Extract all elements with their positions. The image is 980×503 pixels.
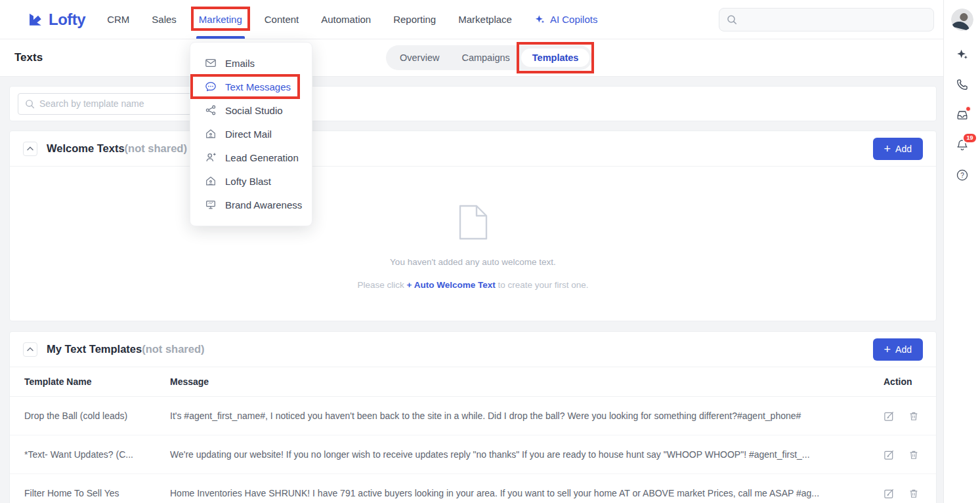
right-utility-rail: 19 ?: [943, 0, 980, 503]
menu-item-direct-mail[interactable]: Direct Mail: [190, 122, 312, 146]
nav-item-marketplace[interactable]: Marketplace: [447, 0, 523, 39]
share-nodes-icon: [205, 104, 217, 116]
help-icon[interactable]: ?: [956, 169, 969, 182]
delete-icon[interactable]: [908, 411, 919, 422]
auto-welcome-text-link[interactable]: + Auto Welcome Text: [407, 280, 496, 290]
ai-assistant-icon[interactable]: [956, 48, 969, 61]
nav-item-crm[interactable]: CRM: [96, 0, 140, 39]
add-template-button[interactable]: + Add: [873, 338, 923, 361]
lofty-logo-icon: [26, 10, 44, 28]
house-person-icon: [205, 128, 217, 140]
my-text-templates-title: My Text Templates(not shared): [47, 343, 205, 355]
inbox-unread-dot: [966, 106, 971, 111]
edit-icon[interactable]: [884, 449, 895, 460]
empty-document-icon: [458, 205, 488, 240]
billboard-icon: [205, 199, 217, 211]
bell-icon[interactable]: 19: [956, 138, 969, 151]
house-person-icon: [205, 175, 217, 187]
collapse-chevron-button[interactable]: [23, 142, 37, 156]
primary-nav: CRM Sales Marketing Content Automation R…: [96, 0, 608, 39]
template-message-cell: We're updating our website! If you no lo…: [170, 449, 884, 460]
tab-templates[interactable]: Templates: [521, 49, 590, 67]
column-header-action: Action: [884, 376, 923, 387]
envelope-icon: [205, 57, 217, 69]
menu-item-lofty-blast[interactable]: Lofty Blast: [190, 169, 312, 193]
marketing-dropdown-menu: Emails Text Messages Social Studio Direc…: [190, 42, 312, 226]
lead-person-icon: [205, 151, 217, 163]
speech-bubble-icon: [205, 81, 217, 92]
nav-item-sales[interactable]: Sales: [140, 0, 188, 39]
plus-icon: +: [884, 143, 891, 155]
plus-icon: +: [884, 344, 891, 355]
inbox-icon[interactable]: [956, 108, 969, 121]
table-row: *Text- Want Updates? (C... We're updatin…: [10, 435, 936, 474]
empty-state-hint: Please click + Auto Welcome Text to crea…: [10, 280, 936, 290]
column-header-message: Message: [170, 376, 884, 387]
nav-item-automation[interactable]: Automation: [310, 0, 382, 39]
delete-icon[interactable]: [908, 449, 919, 460]
nav-item-ai-copilots[interactable]: AI Copilots: [523, 0, 609, 39]
nav-item-marketing[interactable]: Marketing: [188, 0, 253, 39]
page-title: Texts: [14, 51, 43, 64]
delete-icon[interactable]: [908, 488, 919, 499]
my-text-templates-section: My Text Templates(not shared) + Add Temp…: [9, 331, 937, 503]
template-search-field[interactable]: [18, 93, 215, 115]
lofty-logo[interactable]: Lofty: [26, 10, 85, 29]
search-icon: [727, 14, 737, 25]
avatar[interactable]: [951, 9, 973, 31]
welcome-texts-empty-state: You haven't added any auto welcome text.…: [10, 167, 936, 290]
edit-icon[interactable]: [884, 488, 895, 499]
tab-overview[interactable]: Overview: [389, 49, 450, 67]
empty-state-message: You haven't added any auto welcome text.: [10, 257, 936, 267]
global-search-input[interactable]: [742, 14, 926, 25]
edit-icon[interactable]: [884, 411, 895, 422]
my-text-templates-header: My Text Templates(not shared) + Add: [10, 332, 936, 367]
menu-item-emails[interactable]: Emails: [190, 51, 312, 75]
table-row: Drop the Ball (cold leads) It's #agent_f…: [10, 397, 936, 435]
search-icon: [25, 99, 35, 109]
menu-item-lead-generation[interactable]: Lead Generation: [190, 146, 312, 169]
sparkle-icon: [534, 14, 545, 25]
top-navigation-bar: Lofty CRM Sales Marketing Content Automa…: [0, 0, 943, 39]
nav-item-reporting[interactable]: Reporting: [382, 0, 447, 39]
phone-icon[interactable]: [956, 78, 969, 91]
template-name-cell: Drop the Ball (cold leads): [24, 411, 170, 421]
global-search[interactable]: [719, 8, 934, 31]
collapse-chevron-button[interactable]: [23, 342, 37, 357]
add-welcome-text-button[interactable]: + Add: [873, 138, 923, 160]
page-header: Texts Overview Campaigns Templates: [0, 39, 943, 77]
menu-item-text-messages[interactable]: Text Messages: [190, 75, 312, 98]
nav-item-content[interactable]: Content: [253, 0, 310, 39]
welcome-texts-section: Welcome Texts(not shared) ( + Add You ha…: [9, 131, 937, 321]
template-message-cell: It's #agent_first_name#, I noticed you h…: [170, 411, 884, 421]
template-name-cell: *Text- Want Updates? (C...: [24, 449, 170, 460]
welcome-texts-header: Welcome Texts(not shared) ( + Add: [10, 131, 936, 167]
svg-text:?: ?: [960, 172, 964, 179]
welcome-texts-title: Welcome Texts(not shared) (: [47, 142, 194, 155]
template-search-input[interactable]: [39, 98, 207, 109]
template-search-card: [9, 86, 937, 121]
templates-table-header: Template Name Message Action: [10, 367, 936, 397]
lofty-logo-text: Lofty: [49, 10, 85, 29]
table-row: Filter Home To Sell Yes Home Inventories…: [10, 474, 936, 503]
menu-item-social-studio[interactable]: Social Studio: [190, 98, 312, 122]
tab-campaigns[interactable]: Campaigns: [450, 49, 521, 67]
column-header-template-name: Template Name: [24, 376, 170, 387]
template-name-cell: Filter Home To Sell Yes: [24, 488, 170, 498]
notification-badge: 19: [962, 132, 977, 144]
menu-item-brand-awareness[interactable]: Brand Awareness: [190, 193, 312, 216]
texts-tabs: Overview Campaigns Templates: [386, 45, 592, 70]
active-nav-underline: [196, 36, 245, 39]
template-message-cell: Home Inventories Have SHRUNK! I have 791…: [170, 488, 884, 498]
